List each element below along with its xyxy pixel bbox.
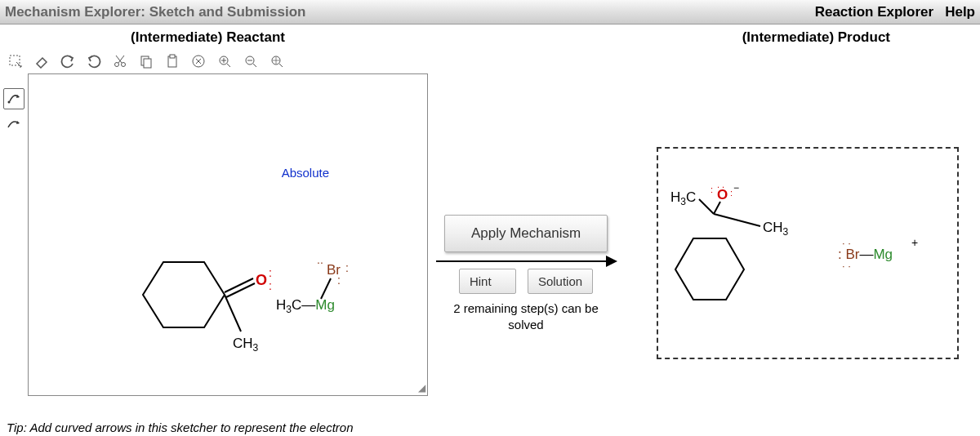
tip-text: Tip: Add curved arrows in this sketcher … [7,420,354,434]
titlebar: Mechanism Explorer: Sketch and Submissio… [0,0,980,24]
select-marquee-icon[interactable] [7,52,24,70]
absolute-link[interactable]: Absolute [282,166,329,180]
oxygen-label: O [256,272,267,288]
product-panel: H3C O : : . . − CH3 [657,147,959,359]
svg-text::: : [730,188,733,198]
redo-icon[interactable] [85,52,103,70]
product-plus-icon: + [911,236,918,249]
sketcher-toolbar [0,51,980,73]
oxygen-lonepair-icon: : [269,266,272,279]
product-br-lp2-icon: · · [842,260,851,272]
svg-rect-6 [170,55,175,58]
paste-icon[interactable] [163,52,181,70]
reactant-heading: (Intermediate) Reactant [131,29,285,46]
product-heading: (Intermediate) Product [742,29,890,46]
svg-point-2 [122,63,126,67]
svg-line-14 [225,295,241,331]
ch3-label: CH3 [233,336,259,354]
svg-rect-4 [144,59,151,68]
svg-point-1 [115,63,119,67]
zoom-in-icon[interactable] [216,52,234,70]
eraser-icon[interactable] [33,52,51,70]
apply-mechanism-button[interactable]: Apply Mechanism [444,215,608,252]
zoom-out-icon[interactable] [242,52,260,70]
resize-handle-icon[interactable]: ◢ [418,382,425,394]
h3c-mg-label: H3C—Mg [276,297,335,315]
cut-icon[interactable] [111,52,129,70]
svg-rect-19 [666,181,952,345]
clear-icon[interactable] [189,52,207,70]
svg-text:−: − [733,182,739,194]
reaction-arrow-icon [436,260,616,262]
undo-icon[interactable] [59,52,77,70]
svg-text:. .: . . [717,181,724,189]
reactant-molecule: O : : CH3 Br ·· : : H3C—Mg [127,213,355,371]
svg-line-15 [321,278,331,299]
solution-button[interactable]: Solution [528,269,593,294]
svg-text::: : [710,185,713,194]
br-lonepair-icon: ·· [317,256,323,269]
reaction-explorer-link[interactable]: Reaction Explorer [815,4,934,20]
zoom-fit-icon[interactable] [268,52,286,70]
oxygen-lonepair2-icon: : [269,279,272,292]
help-link[interactable]: Help [945,4,975,20]
remaining-steps-text: 2 remaining step(s) can be solved [436,300,616,332]
br-lonepair3-icon: : [337,274,341,287]
copy-icon[interactable] [137,52,155,70]
br-lonepair2-icon: : [345,261,349,274]
hint-button[interactable]: Hint [459,269,516,294]
reactant-sketcher[interactable]: Absolute O : : CH3 Br ·· : : [28,73,428,396]
product-molecule: H3C O : : . . − CH3 [666,181,952,347]
app-title: Mechanism Explorer: Sketch and Submissio… [5,4,305,20]
